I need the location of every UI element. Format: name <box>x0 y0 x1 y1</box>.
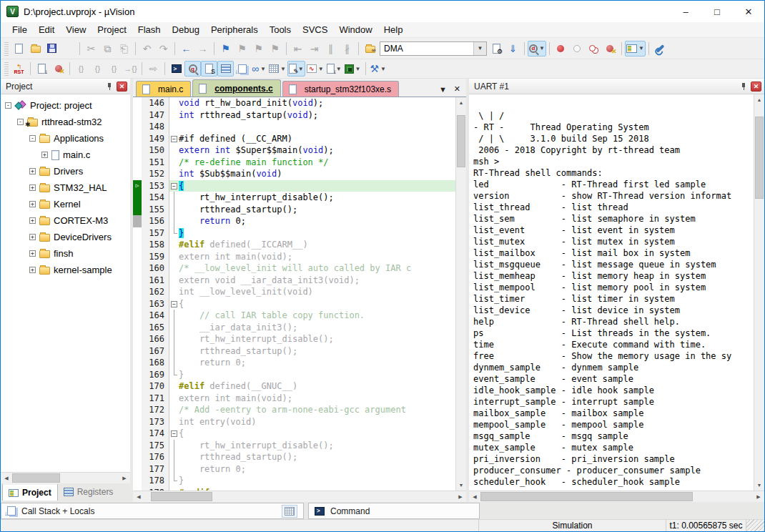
clear-bookmarks-button[interactable]: ⚑ <box>267 41 283 56</box>
find-in-files-button[interactable]: ∞ <box>362 41 378 56</box>
fold-collapse-icon[interactable]: − <box>171 301 177 307</box>
document-tab-components-c[interactable]: components.c <box>192 79 280 97</box>
incremental-find-button[interactable]: ⇓ <box>505 41 521 56</box>
toolbox-button[interactable]: ⚒▼ <box>369 61 388 77</box>
scroll-up-icon[interactable]: ▲ <box>456 97 466 108</box>
tab-project[interactable]: Project <box>2 483 58 501</box>
expand-icon[interactable]: + <box>29 234 36 240</box>
search-combobox[interactable]: DMA▼ <box>380 41 487 56</box>
navigate-forward-button[interactable]: → <box>194 41 211 56</box>
window-layout-button[interactable]: ▼ <box>625 41 646 56</box>
tab-registers[interactable]: Registers <box>58 483 119 501</box>
uart-vscrollbar[interactable]: ▲ ▼ <box>754 94 764 491</box>
tree-item-devicedrivers[interactable]: +DeviceDrivers <box>1 229 130 245</box>
dropdown-arrow-icon[interactable]: ▼ <box>638 45 644 51</box>
combobox-dropdown-icon[interactable]: ▼ <box>473 42 486 55</box>
analysis-windows-button[interactable]: ∿▼ <box>305 61 325 77</box>
expand-icon[interactable]: + <box>29 184 36 191</box>
close-document-icon[interactable]: ✕ <box>454 84 460 94</box>
menu-peripherals[interactable]: Peripherals <box>205 23 264 36</box>
serial-windows-button[interactable]: ✎▼ <box>287 61 305 77</box>
system-viewer-button[interactable]: ▼ <box>343 61 362 77</box>
scroll-down-icon[interactable]: ▼ <box>754 480 764 491</box>
scroll-down-icon[interactable]: ▼ <box>456 480 466 491</box>
scroll-right-icon[interactable]: ▶ <box>455 494 466 500</box>
tab-list-dropdown-icon[interactable]: ▼ <box>439 85 447 94</box>
expand-icon[interactable]: + <box>41 152 48 158</box>
call-stack-locals-bar[interactable]: Call Stack + Locals <box>1 503 304 519</box>
menu-flash[interactable]: Flash <box>132 23 167 36</box>
pin-icon[interactable] <box>740 82 747 91</box>
fold-margin[interactable]: − <box>169 133 179 145</box>
indent-button[interactable]: ⇥ <box>306 41 322 56</box>
disable-breakpoint-button[interactable] <box>569 41 586 56</box>
insert-bookmark-button[interactable]: ⚑ <box>217 41 234 56</box>
call-stack-window-button[interactable] <box>234 61 250 77</box>
fold-margin[interactable]: − <box>169 428 179 440</box>
disable-all-breakpoints-button[interactable] <box>586 41 602 56</box>
scroll-left-icon[interactable]: ◀ <box>1 476 12 481</box>
uart-hscrollbar[interactable]: ◀ ▶ <box>469 491 764 502</box>
scroll-right-icon[interactable]: ▶ <box>119 476 130 481</box>
collapse-icon[interactable]: - <box>17 119 24 125</box>
dropdown-arrow-icon[interactable]: ▼ <box>380 66 386 72</box>
disassembly-window-button[interactable]: q <box>184 61 201 77</box>
step-out-button[interactable]: {} <box>106 61 122 77</box>
tree-item-finsh[interactable]: +finsh <box>1 245 130 262</box>
fold-margin[interactable]: − <box>169 298 179 310</box>
fold-collapse-icon[interactable]: − <box>171 183 177 189</box>
tree-item-stm32-hal[interactable]: +STM32_HAL <box>1 179 130 196</box>
menu-debug[interactable]: Debug <box>167 23 205 36</box>
uncomment-selection-button[interactable]: ∦ <box>339 41 355 56</box>
uart-terminal-output[interactable]: \ | /- RT - Thread Operating System / | … <box>469 94 754 491</box>
pin-icon[interactable] <box>106 82 113 91</box>
registers-window-button[interactable] <box>217 61 234 77</box>
watch-windows-button[interactable]: ∞▼ <box>250 61 267 77</box>
redo-button[interactable]: ↷ <box>155 41 172 56</box>
project-close-icon[interactable]: ✕ <box>117 82 127 92</box>
toolbar-grip[interactable] <box>4 41 9 56</box>
command-bar[interactable]: > Command <box>308 503 480 519</box>
menu-edit[interactable]: Edit <box>33 23 60 36</box>
expand-icon[interactable]: + <box>29 267 36 273</box>
document-tab-main-c[interactable]: main.c <box>136 81 191 97</box>
undo-button[interactable]: ↶ <box>139 41 155 56</box>
uart-close-icon[interactable]: ✕ <box>751 82 761 92</box>
command-window-button[interactable]: > <box>168 61 184 77</box>
scroll-right-icon[interactable]: ▶ <box>753 494 764 500</box>
new-file-button[interactable] <box>11 41 27 56</box>
comment-selection-button[interactable]: ∥ <box>322 41 339 56</box>
find-in-files-dialog-button[interactable]: ⚙ <box>488 41 505 56</box>
run-to-line-button[interactable]: →{} <box>122 61 139 77</box>
project-hscrollbar[interactable]: ◀ ▶ <box>1 472 130 483</box>
tree-item-project-project[interactable]: -Project: project <box>1 97 130 114</box>
dropdown-arrow-icon[interactable]: ▼ <box>355 66 361 72</box>
scroll-up-icon[interactable]: ▲ <box>754 94 764 105</box>
start-stop-debug-button[interactable]: d▼ <box>528 41 546 56</box>
collapse-icon[interactable]: - <box>29 135 36 142</box>
code-editor-viewport[interactable]: 146void rt_hw_board_init(void);147int rt… <box>133 97 455 491</box>
dropdown-arrow-icon[interactable]: ▼ <box>539 45 545 51</box>
paste-button[interactable]: ⎗ <box>116 41 132 56</box>
dropdown-arrow-icon[interactable]: ▼ <box>280 66 286 72</box>
dropdown-arrow-icon[interactable]: ▼ <box>260 66 266 72</box>
tree-item-kernel-sample[interactable]: +kernel-sample <box>1 262 130 278</box>
resize-grip[interactable] <box>746 520 764 531</box>
document-tab-startup-stm32f103xe-s[interactable]: startup_stm32f103xe.s <box>282 81 399 97</box>
menu-tools[interactable]: Tools <box>264 23 297 36</box>
fold-margin[interactable]: − <box>169 180 179 192</box>
menu-svcs[interactable]: SVCS <box>297 23 333 36</box>
navigate-back-button[interactable]: ← <box>178 41 194 56</box>
tree-item-applications[interactable]: -Applications <box>1 130 130 147</box>
dropdown-arrow-icon[interactable]: ▼ <box>298 66 304 72</box>
menu-help[interactable]: Help <box>378 23 409 36</box>
save-button[interactable] <box>44 41 60 56</box>
fold-collapse-icon[interactable]: − <box>171 136 177 142</box>
menu-file[interactable]: File <box>6 23 33 36</box>
tree-item-drivers[interactable]: +Drivers <box>1 163 130 179</box>
memory-window-button[interactable] <box>282 505 297 518</box>
minimize-button[interactable]: – <box>670 1 701 22</box>
tree-item-cortex-m3[interactable]: +CORTEX-M3 <box>1 212 130 229</box>
cut-button[interactable]: ✂ <box>83 41 99 56</box>
editor-hscrollbar[interactable]: ◀ ▶ <box>133 491 466 502</box>
